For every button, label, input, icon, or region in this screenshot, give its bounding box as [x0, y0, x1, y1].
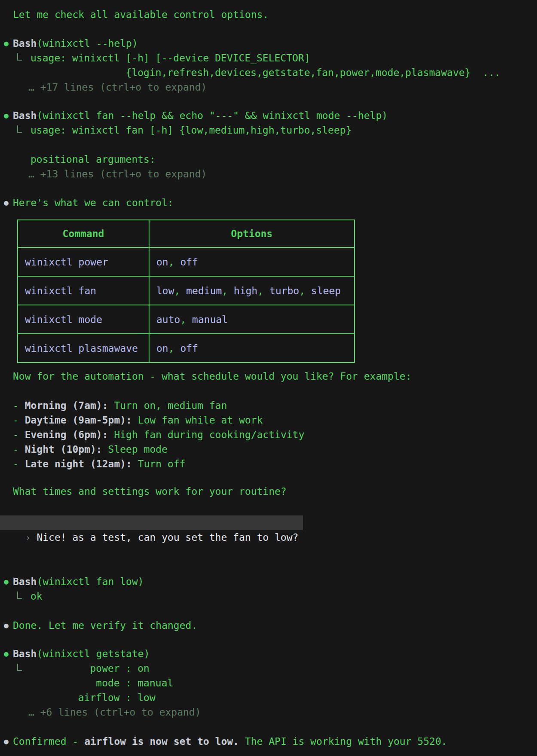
- tool-output: power : on mode : manual airflow : low: [31, 661, 173, 705]
- tool-output: usage: winixctl [-h] [--device DEVICE_SE…: [31, 51, 500, 80]
- list-item: - Evening (6pm): High fan during cooking…: [4, 427, 537, 442]
- cell-command: winixctl mode: [18, 305, 149, 334]
- tool-command: (winixctl --help): [37, 38, 137, 49]
- tool-bullet-icon: ●: [4, 646, 13, 661]
- expand-hint[interactable]: … +17 lines (ctrl+o to expand): [4, 80, 537, 94]
- assistant-bullet-icon: ●: [4, 195, 13, 210]
- list-dash: -: [13, 444, 25, 455]
- table-row: winixctl plasmawave on, off: [18, 334, 354, 363]
- schedule-action: Turn on, medium fan: [108, 400, 227, 411]
- tool-output: usage: winixctl fan [-h] {low,medium,hig…: [31, 123, 352, 167]
- schedule-label: Morning (7am):: [25, 400, 108, 411]
- tool-command: (winixctl getstate): [37, 648, 150, 659]
- tool-name: Bash: [13, 576, 37, 587]
- tool-command: (winixctl fan --help && echo "---" && wi…: [37, 110, 387, 121]
- cell-options: on, off: [149, 247, 354, 276]
- cell-command: winixctl power: [18, 247, 149, 276]
- list-dash: -: [13, 415, 25, 426]
- option-value: on: [156, 343, 168, 354]
- tool-title: Bash(winixctl getstate): [13, 646, 150, 661]
- tool-call-fan-low: ● Bash(winixctl fan low): [4, 574, 537, 589]
- expand-hint[interactable]: … +13 lines (ctrl+o to expand): [4, 167, 537, 181]
- tool-call-help: ● Bash(winixctl --help): [4, 36, 537, 51]
- assistant-automation-question: Now for the automation - what schedule w…: [4, 369, 537, 384]
- assistant-confirmed-text: ● Confirmed - airflow is now set to low.…: [4, 734, 537, 749]
- list-item: - Daytime (9am-5pm): Low fan while at wo…: [4, 413, 537, 427]
- table-row: winixctl mode auto, manual: [18, 305, 354, 334]
- tool-call-fan-mode-help: ● Bash(winixctl fan --help && echo "---"…: [4, 108, 537, 123]
- assistant-done-text: ● Done. Let me verify it changed.: [4, 618, 537, 633]
- done-text: Done. Let me verify it changed.: [13, 620, 197, 631]
- list-dash: -: [13, 458, 25, 469]
- list-item: - Morning (7am): Turn on, medium fan: [4, 398, 537, 413]
- user-message-text: Nice! as a test, can you set the fan to …: [37, 532, 298, 543]
- tool-bullet-icon: ●: [4, 108, 13, 123]
- expand-hint-text: … +17 lines (ctrl+o to expand): [28, 82, 207, 93]
- option-value: low: [156, 285, 174, 296]
- tool-command: (winixctl fan low): [37, 576, 143, 587]
- assistant-routine-question: What times and settings work for your ro…: [4, 484, 537, 499]
- schedule-label: Daytime (9am-5pm):: [25, 415, 132, 426]
- prompt-chevron-icon: ›: [25, 530, 37, 545]
- expand-hint[interactable]: … +6 lines (ctrl+o to expand): [4, 705, 537, 719]
- tool-name: Bash: [13, 110, 37, 121]
- result-elbow-icon: [17, 664, 22, 671]
- schedule-label: Evening (6pm):: [25, 429, 108, 440]
- tool-title: Bash(winixctl --help): [13, 36, 138, 51]
- cell-options: on, off: [149, 334, 354, 363]
- cell-options: auto, manual: [149, 305, 354, 334]
- option-separator: ,: [180, 314, 192, 325]
- result-elbow-icon: [17, 125, 22, 133]
- confirmed-suffix: The API is working with your 5520.: [239, 736, 447, 747]
- list-item: - Late night (12am): Turn off: [4, 457, 537, 471]
- option-separator: ,: [257, 285, 269, 296]
- automation-question-text: Now for the automation - what schedule w…: [13, 371, 412, 382]
- intro-text: Let me check all available control optio…: [13, 9, 268, 20]
- option-value: manual: [192, 314, 228, 325]
- expand-hint-text: … +13 lines (ctrl+o to expand): [28, 168, 207, 180]
- list-item: - Night (10pm): Sleep mode: [4, 442, 537, 457]
- list-dash: -: [13, 429, 25, 440]
- option-value: turbo: [269, 285, 299, 296]
- expand-hint-text: … +6 lines (ctrl+o to expand): [28, 707, 201, 718]
- header-options: Options: [149, 220, 354, 247]
- assistant-bullet-icon: ●: [4, 734, 13, 749]
- option-value: high: [234, 285, 257, 296]
- option-value: off: [180, 343, 198, 354]
- done-line: Done. Let me verify it changed.: [13, 618, 197, 633]
- tool-bullet-icon: ●: [4, 36, 13, 51]
- heading-line: Here's what we can control:: [13, 195, 174, 210]
- option-separator: ,: [299, 285, 311, 296]
- user-message: ›Nice! as a test, can you set the fan to…: [0, 515, 303, 530]
- option-separator: ,: [222, 285, 234, 296]
- option-value: auto: [156, 314, 180, 325]
- option-value: medium: [186, 285, 222, 296]
- tool-result-getstate: power : on mode : manual airflow : low: [4, 661, 537, 705]
- confirmed-line: Confirmed - airflow is now set to low. T…: [13, 734, 447, 749]
- tool-result-help: usage: winixctl [-h] [--device DEVICE_SE…: [4, 51, 537, 80]
- terminal-transcript: Let me check all available control optio…: [0, 0, 537, 756]
- result-elbow-icon: [17, 591, 22, 599]
- header-command: Command: [18, 220, 149, 247]
- schedule-label: Night (10pm):: [25, 444, 102, 455]
- schedule-list: - Morning (7am): Turn on, medium fan - D…: [4, 398, 537, 471]
- cell-command: winixctl fan: [18, 276, 149, 305]
- table-header-row: Command Options: [18, 220, 354, 247]
- schedule-action: High fan during cooking/activity: [108, 429, 305, 440]
- routine-question-text: What times and settings work for your ro…: [13, 486, 287, 497]
- schedule-action: Sleep mode: [102, 444, 168, 455]
- schedule-label: Late night (12am):: [25, 458, 132, 469]
- confirmed-bold: airflow is now set to low.: [84, 736, 239, 747]
- option-separator: ,: [174, 285, 186, 296]
- result-elbow-icon: [17, 53, 22, 61]
- tool-call-getstate: ● Bash(winixctl getstate): [4, 646, 537, 661]
- assistant-text-intro: Let me check all available control optio…: [4, 7, 537, 22]
- tool-title: Bash(winixctl fan --help && echo "---" &…: [13, 108, 387, 123]
- option-separator: ,: [168, 256, 180, 268]
- schedule-action: Turn off: [132, 458, 186, 469]
- schedule-action: Low fan while at work: [132, 415, 263, 426]
- list-dash: -: [13, 400, 25, 411]
- assistant-bullet-icon: ●: [4, 618, 13, 633]
- table-row: winixctl power on, off: [18, 247, 354, 276]
- option-separator: ,: [168, 343, 180, 354]
